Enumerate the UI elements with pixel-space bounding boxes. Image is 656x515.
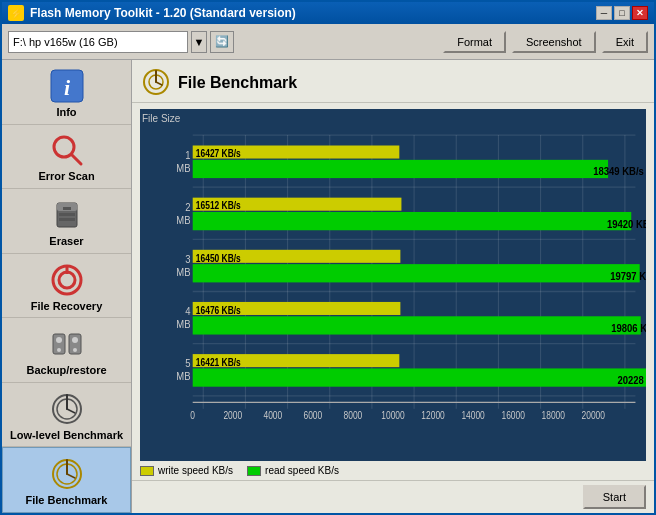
svg-rect-7 — [59, 213, 75, 216]
svg-text:2000: 2000 — [223, 409, 242, 421]
svg-text:16512 KB/s: 16512 KB/s — [196, 199, 241, 211]
svg-text:18000: 18000 — [542, 409, 565, 421]
legend-write-label: write speed KB/s — [158, 465, 233, 476]
error-scan-icon — [47, 132, 87, 168]
svg-text:i: i — [63, 75, 70, 100]
legend-write-color — [140, 466, 154, 476]
title-bar: ⚡ Flash Memory Toolkit - 1.20 (Standard … — [2, 2, 654, 24]
svg-rect-6 — [63, 207, 71, 210]
svg-text:20228 KB/s: 20228 KB/s — [618, 373, 646, 386]
chart-y-label: File Size — [142, 113, 180, 124]
svg-text:16427 KB/s: 16427 KB/s — [196, 147, 241, 159]
low-level-icon — [47, 391, 87, 427]
svg-text:MB: MB — [176, 161, 190, 174]
svg-text:4: 4 — [185, 304, 190, 317]
sidebar-label-backup-restore: Backup/restore — [26, 364, 106, 376]
start-button[interactable]: Start — [583, 485, 646, 509]
svg-line-21 — [67, 409, 75, 413]
svg-text:3: 3 — [185, 252, 190, 265]
svg-rect-76 — [193, 368, 646, 386]
svg-text:1: 1 — [185, 148, 190, 161]
legend-read: read speed KB/s — [247, 465, 339, 476]
minimize-button[interactable]: ─ — [596, 6, 612, 20]
screenshot-button[interactable]: Screenshot — [512, 31, 596, 53]
svg-text:6000: 6000 — [304, 409, 323, 421]
svg-rect-8 — [59, 218, 75, 221]
svg-text:20000: 20000 — [582, 409, 605, 421]
svg-line-25 — [67, 474, 75, 478]
sidebar-label-info: Info — [56, 106, 76, 118]
svg-text:19420 KB/s: 19420 KB/s — [607, 217, 646, 230]
legend-read-color — [247, 466, 261, 476]
svg-text:5: 5 — [185, 356, 190, 369]
svg-text:0: 0 — [190, 409, 195, 421]
svg-rect-58 — [193, 212, 632, 230]
close-button[interactable]: ✕ — [632, 6, 648, 20]
svg-point-17 — [73, 348, 77, 352]
file-benchmark-icon — [47, 456, 87, 492]
svg-text:16421 KB/s: 16421 KB/s — [196, 356, 241, 368]
sidebar-item-file-benchmark[interactable]: File Benchmark — [2, 447, 131, 513]
bottom-bar: Start — [132, 480, 654, 513]
svg-text:19797 KB/s: 19797 KB/s — [610, 269, 646, 282]
svg-text:12000: 12000 — [421, 409, 444, 421]
sidebar-item-error-scan[interactable]: Error Scan — [2, 125, 131, 190]
legend-write: write speed KB/s — [140, 465, 233, 476]
exit-button[interactable]: Exit — [602, 31, 648, 53]
svg-rect-52 — [193, 160, 608, 178]
drive-combo-arrow[interactable]: ▼ — [191, 31, 207, 53]
main-window: ⚡ Flash Memory Toolkit - 1.20 (Standard … — [0, 0, 656, 515]
sidebar-item-file-recovery[interactable]: File Recovery — [2, 254, 131, 319]
eraser-icon — [47, 197, 87, 233]
drive-selector: F:\ hp v165w (16 GB) ▼ 🔄 — [8, 31, 234, 53]
svg-rect-70 — [193, 316, 641, 334]
maximize-button[interactable]: □ — [614, 6, 630, 20]
sidebar-label-low-level: Low-level Benchmark — [10, 429, 123, 441]
drive-combo-display[interactable]: F:\ hp v165w (16 GB) — [8, 31, 188, 53]
svg-text:2: 2 — [185, 200, 190, 213]
chart-area: File Size — [140, 109, 646, 461]
svg-text:MB: MB — [176, 369, 190, 382]
window-controls: ─ □ ✕ — [596, 6, 648, 20]
sidebar: i Info Error Scan — [2, 60, 132, 513]
svg-text:4000: 4000 — [263, 409, 282, 421]
file-recovery-icon — [47, 262, 87, 298]
svg-text:8000: 8000 — [344, 409, 363, 421]
svg-text:16000: 16000 — [501, 409, 524, 421]
svg-line-29 — [156, 82, 162, 85]
main-area: i Info Error Scan — [2, 60, 654, 513]
svg-rect-64 — [193, 264, 640, 282]
svg-text:18349 KB/s: 18349 KB/s — [593, 164, 644, 177]
sidebar-item-info[interactable]: i Info — [2, 60, 131, 125]
sidebar-label-eraser: Eraser — [49, 235, 83, 247]
legend-area: write speed KB/s read speed KB/s — [140, 465, 646, 476]
svg-text:MB: MB — [176, 317, 190, 330]
content-title: File Benchmark — [178, 74, 297, 92]
refresh-button[interactable]: 🔄 — [210, 31, 234, 53]
toolbar: F:\ hp v165w (16 GB) ▼ 🔄 Format Screensh… — [2, 24, 654, 60]
window-title: Flash Memory Toolkit - 1.20 (Standard ve… — [30, 6, 296, 20]
sidebar-label-file-recovery: File Recovery — [31, 300, 103, 312]
svg-text:MB: MB — [176, 265, 190, 278]
svg-point-16 — [72, 337, 78, 343]
svg-text:19806 KB/s: 19806 KB/s — [611, 321, 646, 334]
svg-text:14000: 14000 — [461, 409, 484, 421]
content-header: File Benchmark — [132, 60, 654, 103]
sidebar-item-backup-restore[interactable]: Backup/restore — [2, 318, 131, 383]
format-button[interactable]: Format — [443, 31, 506, 53]
chart-container: File Size — [140, 109, 646, 461]
svg-point-14 — [57, 348, 61, 352]
svg-line-3 — [72, 155, 81, 164]
sidebar-item-low-level[interactable]: Low-level Benchmark — [2, 383, 131, 448]
svg-text:MB: MB — [176, 213, 190, 226]
sidebar-item-eraser[interactable]: Eraser — [2, 189, 131, 254]
sidebar-label-error-scan: Error Scan — [38, 170, 94, 182]
svg-text:10000: 10000 — [381, 409, 404, 421]
svg-text:16476 KB/s: 16476 KB/s — [196, 304, 241, 316]
svg-text:16450 KB/s: 16450 KB/s — [196, 252, 241, 264]
info-icon: i — [47, 68, 87, 104]
content-area: File Benchmark File Size — [132, 60, 654, 513]
content-title-icon — [142, 68, 170, 98]
legend-read-label: read speed KB/s — [265, 465, 339, 476]
backup-restore-icon — [47, 326, 87, 362]
